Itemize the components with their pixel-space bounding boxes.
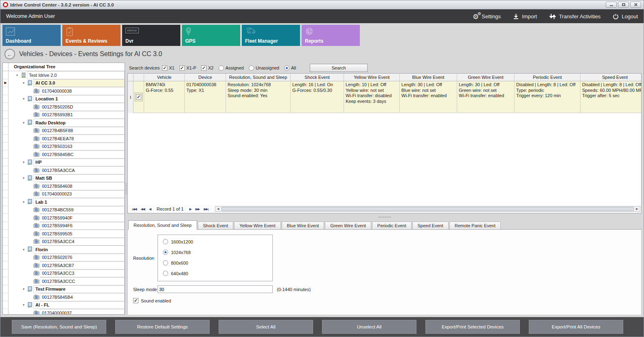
- nav-tab-reports[interactable]: Reports: [302, 25, 360, 46]
- footer-button-1[interactable]: Restore Default Settings: [115, 320, 210, 334]
- footer-button-0[interactable]: Save (Resolution, Sound and Sleep): [12, 320, 106, 334]
- column-header[interactable]: Speed Event: [580, 74, 642, 81]
- device-row[interactable]: I✓BMW740iG-Force: 0.55017040000038Type: …: [128, 81, 641, 113]
- expand-collapse-icon[interactable]: ▾: [21, 246, 26, 254]
- transfer-button[interactable]: Transfer Activities: [549, 13, 600, 20]
- resolution-radio-1600x1200[interactable]: 1600x1200: [163, 239, 272, 244]
- device-type-checkbox-x1[interactable]: ✓X1: [162, 65, 174, 71]
- close-button[interactable]: [630, 2, 641, 8]
- tree-node-device[interactable]: 00127B59940F: [3, 214, 125, 222]
- detail-tab[interactable]: Green Wire Event: [325, 222, 371, 229]
- prev-page-button[interactable]: ◀◀: [139, 207, 146, 211]
- tree-node-device[interactable]: 00127B4BC559: [3, 206, 125, 214]
- tree-node-group[interactable]: ▾Lab 1: [3, 198, 125, 206]
- expand-collapse-icon[interactable]: ▾: [21, 159, 26, 167]
- tree-node-device[interactable]: 00127B5845B4: [3, 293, 125, 301]
- grid-horizontal-scrollbar[interactable]: ◀ ▶: [215, 206, 640, 212]
- tree-node-device[interactable]: 00127B5A3CC3: [3, 270, 125, 278]
- tree-node-device[interactable]: 00127B50205D: [3, 103, 125, 111]
- column-header[interactable]: Blue Wire Event: [400, 74, 457, 81]
- nav-tab-gps[interactable]: GPS: [182, 25, 240, 46]
- filter-radio-all[interactable]: All: [284, 65, 296, 71]
- footer-button-5[interactable]: Export/Print All Devices: [529, 320, 623, 334]
- tree-node-group[interactable]: ▾Al - FL: [3, 301, 125, 309]
- next-record-button[interactable]: ▶: [188, 207, 193, 211]
- expand-collapse-icon[interactable]: ▾: [21, 285, 26, 294]
- detail-tab[interactable]: Shock Event: [198, 222, 234, 229]
- back-button[interactable]: ←: [4, 49, 15, 59]
- tree-node-device[interactable]: 00127B584608: [3, 182, 125, 190]
- prev-record-button[interactable]: ◀: [147, 207, 153, 211]
- sleep-mode-input[interactable]: [158, 285, 273, 293]
- footer-button-4[interactable]: Export/Print Selected Devices: [425, 320, 520, 334]
- scroll-left-icon[interactable]: ◀: [215, 207, 221, 211]
- column-header[interactable]: Resolution, Sound and Sleep: [226, 74, 291, 81]
- column-header[interactable]: Periodic Event: [515, 74, 580, 81]
- sound-enabled-checkbox[interactable]: ✓ Sound enabled: [133, 298, 641, 303]
- row-select-checkbox[interactable]: ✓: [134, 81, 144, 113]
- detail-tab[interactable]: Periodic Event: [372, 222, 412, 229]
- footer-button-2[interactable]: Select All: [219, 320, 313, 334]
- expand-collapse-icon[interactable]: ▾: [21, 174, 26, 183]
- tree-node-group[interactable]: ▶▾Al CC 3.0: [3, 79, 125, 87]
- logout-button[interactable]: Logout: [613, 13, 638, 20]
- filter-radio-assigned[interactable]: Assigned: [219, 65, 244, 71]
- tree-node-device[interactable]: 017040000023: [3, 190, 125, 198]
- settings-button[interactable]: ⚙⚙Settings: [473, 12, 501, 21]
- tree-node-device[interactable]: 00127B5A3CC4: [3, 238, 125, 246]
- tree-node-device[interactable]: 00127B4EEA78: [3, 135, 125, 143]
- detail-tab[interactable]: Remote Panic Event: [449, 222, 501, 229]
- next-page-button[interactable]: ▶▶: [194, 207, 201, 211]
- maximize-button[interactable]: [618, 2, 629, 8]
- footer-button-3[interactable]: Unselect All: [322, 320, 416, 334]
- tree-node-device[interactable]: 00127B5994F6: [3, 222, 125, 230]
- expand-collapse-icon[interactable]: ▾: [21, 95, 26, 103]
- device-type-checkbox-x1-p[interactable]: ✓X1-P: [180, 65, 196, 71]
- expand-collapse-icon[interactable]: ▾: [14, 71, 20, 79]
- minimize-button[interactable]: [606, 2, 617, 8]
- column-header[interactable]: Shock Event: [291, 74, 344, 81]
- resolution-radio-800x600[interactable]: 800x600: [163, 260, 272, 265]
- search-button[interactable]: Search: [310, 64, 368, 72]
- nav-tab-dvr[interactable]: MERGEDvr: [122, 25, 180, 46]
- last-record-button[interactable]: ▶▶|: [202, 207, 210, 211]
- tree-node-device[interactable]: 00127B5A3CCC: [3, 277, 125, 285]
- resolution-radio-640x480[interactable]: 640x480: [163, 271, 272, 276]
- tree-node-device[interactable]: 00127B502076: [3, 254, 125, 262]
- tree-node-root[interactable]: ▾Test Idrive 2.0: [3, 71, 125, 79]
- tree-node-device[interactable]: 00127B503163: [3, 143, 125, 151]
- tree-node-group[interactable]: ▾HP: [3, 159, 125, 167]
- tree-node-device[interactable]: 00127B4B5F88: [3, 127, 125, 135]
- tree-node-device[interactable]: 00127B5845BC: [3, 150, 125, 159]
- tree-node-group[interactable]: ▾Florin: [3, 246, 125, 254]
- tree-node-device[interactable]: 017040000037: [3, 309, 125, 314]
- expand-collapse-icon[interactable]: ▾: [21, 198, 26, 206]
- grid-detail-splitter[interactable]: [127, 213, 642, 220]
- detail-tab[interactable]: Blue Wire Event: [282, 222, 324, 229]
- tree-node-device[interactable]: 00127B5A3CB7: [3, 261, 125, 270]
- filter-radio-unassigned[interactable]: Unassigned: [249, 65, 279, 71]
- expand-collapse-icon[interactable]: ▾: [21, 79, 26, 87]
- tree-node-group[interactable]: ▾Location 1: [3, 95, 125, 103]
- device-type-checkbox-x2[interactable]: ✓X2: [201, 65, 213, 71]
- tree-node-device[interactable]: 00127B5993B1: [3, 111, 125, 119]
- column-header[interactable]: Device: [185, 74, 226, 81]
- nav-tab-fleet-manager[interactable]: Fleet Manager: [242, 25, 300, 46]
- column-header[interactable]: Vehicle: [144, 74, 185, 81]
- detail-tab[interactable]: Speed Event: [412, 222, 449, 229]
- first-record-button[interactable]: |◀◀: [130, 207, 138, 211]
- resolution-radio-1024x768[interactable]: 1024x768: [163, 250, 272, 255]
- column-header[interactable]: Yellow Wire Event: [344, 74, 400, 81]
- tree-node-device[interactable]: 017040000038: [3, 87, 125, 95]
- tree-node-device[interactable]: 00127B599505: [3, 230, 125, 238]
- import-button[interactable]: Import: [513, 13, 537, 20]
- detail-tab[interactable]: Resolution, Sound and Sleep: [128, 220, 197, 230]
- detail-tab[interactable]: Yellow Wire Event: [234, 222, 280, 229]
- expand-collapse-icon[interactable]: ▾: [21, 301, 26, 309]
- tree-node-group[interactable]: ▾Radu Desktop: [3, 119, 125, 127]
- tree-node-device[interactable]: 00127B5A3CCA: [3, 166, 125, 174]
- expand-collapse-icon[interactable]: ▾: [21, 119, 26, 127]
- tree-node-group[interactable]: ▾Matt SB: [3, 174, 125, 183]
- nav-tab-events-reviews[interactable]: Events & Reviews: [62, 25, 120, 46]
- tree-node-group[interactable]: ▾Test Firmware: [3, 285, 125, 294]
